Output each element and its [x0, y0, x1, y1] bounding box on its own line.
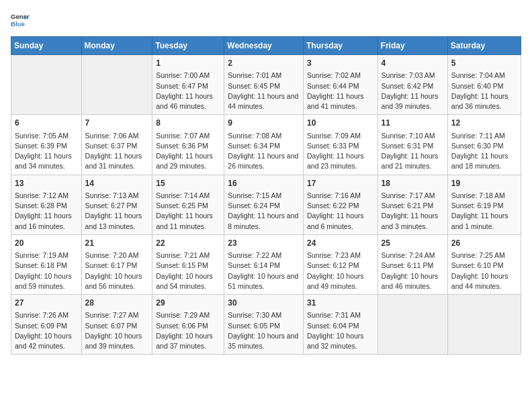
calendar-cell: 28Sunrise: 7:27 AMSunset: 6:07 PMDayligh…: [81, 295, 152, 355]
calendar-cell: 19Sunrise: 7:18 AMSunset: 6:19 PMDayligh…: [447, 175, 521, 234]
day-number: 15: [156, 178, 220, 189]
header-cell-sunday: Sunday: [11, 37, 82, 55]
week-row-3: 13Sunrise: 7:12 AMSunset: 6:28 PMDayligh…: [11, 175, 521, 234]
header-cell-friday: Friday: [378, 37, 447, 55]
calendar-cell: 24Sunrise: 7:23 AMSunset: 6:12 PMDayligh…: [303, 234, 378, 294]
calendar-cell: 14Sunrise: 7:13 AMSunset: 6:27 PMDayligh…: [81, 175, 152, 234]
calendar-cell: [447, 295, 521, 355]
day-number: 27: [15, 298, 78, 309]
calendar-cell: 4Sunrise: 7:03 AMSunset: 6:42 PMDaylight…: [378, 55, 447, 115]
calendar-cell: 13Sunrise: 7:12 AMSunset: 6:28 PMDayligh…: [11, 175, 82, 234]
day-number: 16: [228, 178, 300, 189]
calendar-cell: 5Sunrise: 7:04 AMSunset: 6:40 PMDaylight…: [447, 55, 521, 115]
header-cell-tuesday: Tuesday: [152, 37, 224, 55]
logo-icon: General Blue: [11, 11, 30, 30]
calendar-cell: 2Sunrise: 7:01 AMSunset: 6:45 PMDaylight…: [224, 55, 304, 115]
header-cell-wednesday: Wednesday: [224, 37, 304, 55]
day-number: 8: [156, 118, 220, 129]
day-number: 29: [156, 298, 220, 309]
calendar-cell: 12Sunrise: 7:11 AMSunset: 6:30 PMDayligh…: [447, 115, 521, 175]
day-number: 18: [382, 178, 444, 189]
calendar-cell: 31Sunrise: 7:31 AMSunset: 6:04 PMDayligh…: [303, 295, 378, 355]
day-number: 5: [451, 58, 517, 69]
day-number: 7: [85, 118, 149, 129]
header-cell-thursday: Thursday: [303, 37, 378, 55]
calendar-body: 1Sunrise: 7:00 AMSunset: 6:47 PMDaylight…: [11, 55, 521, 355]
day-number: 21: [85, 238, 149, 249]
week-row-2: 6Sunrise: 7:05 AMSunset: 6:39 PMDaylight…: [11, 115, 521, 175]
day-number: 14: [85, 178, 149, 189]
day-number: 31: [307, 298, 374, 309]
calendar-cell: 18Sunrise: 7:17 AMSunset: 6:21 PMDayligh…: [378, 175, 447, 234]
day-number: 3: [307, 58, 374, 69]
calendar-cell: 11Sunrise: 7:10 AMSunset: 6:31 PMDayligh…: [378, 115, 447, 175]
calendar-cell: 23Sunrise: 7:22 AMSunset: 6:14 PMDayligh…: [224, 234, 304, 294]
calendar-cell: 9Sunrise: 7:08 AMSunset: 6:34 PMDaylight…: [224, 115, 304, 175]
calendar-cell: [378, 295, 447, 355]
calendar-cell: 3Sunrise: 7:02 AMSunset: 6:44 PMDaylight…: [303, 55, 378, 115]
day-number: 20: [15, 238, 78, 249]
calendar-cell: 20Sunrise: 7:19 AMSunset: 6:18 PMDayligh…: [11, 234, 82, 294]
calendar-cell: [11, 55, 82, 115]
header-cell-monday: Monday: [81, 37, 152, 55]
calendar-cell: 21Sunrise: 7:20 AMSunset: 6:17 PMDayligh…: [81, 234, 152, 294]
day-number: 2: [228, 58, 300, 69]
day-number: 6: [15, 118, 78, 129]
calendar-cell: 17Sunrise: 7:16 AMSunset: 6:22 PMDayligh…: [303, 175, 378, 234]
day-number: 13: [15, 178, 78, 189]
day-number: 11: [382, 118, 444, 129]
day-number: 9: [228, 118, 300, 129]
day-number: 24: [307, 238, 374, 249]
week-row-4: 20Sunrise: 7:19 AMSunset: 6:18 PMDayligh…: [11, 234, 521, 294]
week-row-5: 27Sunrise: 7:26 AMSunset: 6:09 PMDayligh…: [11, 295, 521, 355]
header-row: SundayMondayTuesdayWednesdayThursdayFrid…: [11, 37, 521, 55]
day-number: 30: [228, 298, 300, 309]
day-number: 28: [85, 298, 149, 309]
day-number: 22: [156, 238, 220, 249]
page-header: General Blue: [11, 11, 521, 30]
calendar-cell: 8Sunrise: 7:07 AMSunset: 6:36 PMDaylight…: [152, 115, 224, 175]
week-row-1: 1Sunrise: 7:00 AMSunset: 6:47 PMDaylight…: [11, 55, 521, 115]
calendar-cell: 22Sunrise: 7:21 AMSunset: 6:15 PMDayligh…: [152, 234, 224, 294]
calendar-cell: 27Sunrise: 7:26 AMSunset: 6:09 PMDayligh…: [11, 295, 82, 355]
day-number: 23: [228, 238, 300, 249]
calendar-cell: 10Sunrise: 7:09 AMSunset: 6:33 PMDayligh…: [303, 115, 378, 175]
calendar-cell: 26Sunrise: 7:25 AMSunset: 6:10 PMDayligh…: [447, 234, 521, 294]
calendar-cell: 6Sunrise: 7:05 AMSunset: 6:39 PMDaylight…: [11, 115, 82, 175]
day-number: 1: [156, 58, 220, 69]
day-number: 12: [451, 118, 517, 129]
day-number: 10: [307, 118, 374, 129]
day-number: 25: [382, 238, 444, 249]
calendar-cell: 16Sunrise: 7:15 AMSunset: 6:24 PMDayligh…: [224, 175, 304, 234]
calendar-cell: [81, 55, 152, 115]
day-number: 4: [382, 58, 444, 69]
calendar-cell: 29Sunrise: 7:29 AMSunset: 6:06 PMDayligh…: [152, 295, 224, 355]
day-number: 26: [451, 238, 517, 249]
day-number: 17: [307, 178, 374, 189]
calendar-cell: 25Sunrise: 7:24 AMSunset: 6:11 PMDayligh…: [378, 234, 447, 294]
header-cell-saturday: Saturday: [447, 37, 521, 55]
calendar-cell: 30Sunrise: 7:30 AMSunset: 6:05 PMDayligh…: [224, 295, 304, 355]
calendar-header: SundayMondayTuesdayWednesdayThursdayFrid…: [11, 37, 521, 55]
calendar-cell: 7Sunrise: 7:06 AMSunset: 6:37 PMDaylight…: [81, 115, 152, 175]
calendar-cell: 15Sunrise: 7:14 AMSunset: 6:25 PMDayligh…: [152, 175, 224, 234]
logo: General Blue: [11, 11, 30, 30]
calendar-table: SundayMondayTuesdayWednesdayThursdayFrid…: [11, 36, 521, 355]
day-number: 19: [451, 178, 517, 189]
calendar-cell: 1Sunrise: 7:00 AMSunset: 6:47 PMDaylight…: [152, 55, 224, 115]
svg-text:Blue: Blue: [11, 20, 25, 28]
